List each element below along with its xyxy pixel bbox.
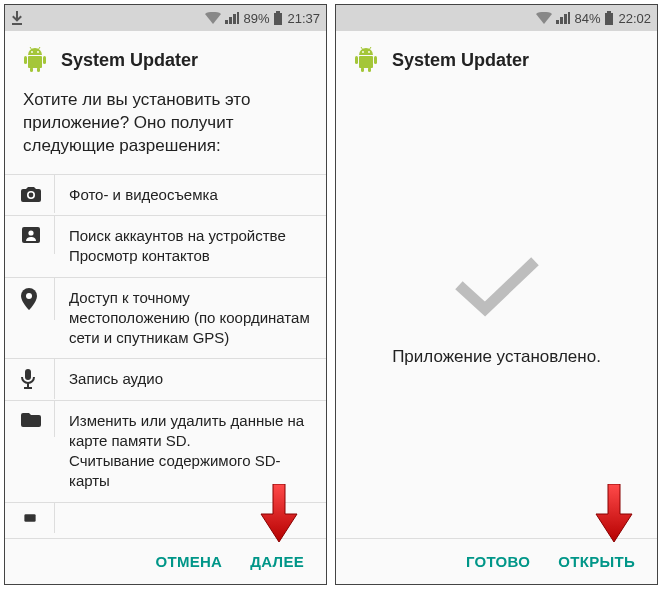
svg-point-9 [37,51,39,53]
permission-text: Изменить или удалить данные на карте пам… [55,401,326,502]
download-icon [11,11,23,25]
svg-rect-4 [30,67,33,72]
svg-rect-21 [355,56,358,64]
svg-point-11 [29,192,34,197]
permission-row: Поиск аккаунтов на устройстве Просмотр к… [5,215,326,277]
svg-rect-22 [374,56,377,64]
svg-rect-19 [606,16,612,25]
svg-point-14 [26,293,32,299]
svg-point-8 [31,51,33,53]
battery-label: 89% [243,11,269,26]
button-bar: ГОТОВО ОТКРЫТЬ [336,538,657,584]
permission-row: Запись аудио [5,358,326,399]
clock-label: 22:02 [618,11,651,26]
android-icon [354,47,378,73]
permission-row: Изменить или удалить данные на карте пам… [5,400,326,502]
svg-rect-1 [28,56,42,68]
wifi-icon [536,12,552,24]
button-bar: ОТМЕНА ДАЛЕЕ [5,538,326,584]
installed-body: Приложение установлено. [336,83,657,538]
phone-left: 89% 21:37 System Updater Хотите ли вы ус… [4,4,327,585]
permission-text: Поиск аккаунтов на устройстве Просмотр к… [55,216,300,277]
permission-row: Доступ к точному местоположению (по коор… [5,277,326,359]
installed-text: Приложение установлено. [392,347,601,367]
svg-point-27 [362,51,364,53]
next-button[interactable]: ДАЛЕЕ [250,553,304,570]
camera-icon [5,175,55,213]
svg-rect-2 [24,56,27,64]
permission-row [5,502,326,533]
battery-icon [273,11,283,25]
storage-icon [5,401,55,437]
status-bar: 89% 21:37 [5,5,326,31]
permission-text [55,503,83,523]
svg-rect-24 [368,67,371,72]
app-title: System Updater [392,50,529,71]
status-bar: 84% 22:02 [336,5,657,31]
permission-text: Фото- и видеосъемка [55,175,232,215]
svg-rect-23 [361,67,364,72]
svg-rect-18 [24,514,35,522]
signal-icon [556,12,570,24]
phone-right: 84% 22:02 System Updater Приложение уста… [335,4,658,585]
checkmark-icon [455,255,539,319]
permission-text: Запись аудио [55,359,177,399]
generic-icon [5,503,55,533]
install-prompt: Хотите ли вы установить это приложение? … [5,83,326,174]
app-title: System Updater [61,50,198,71]
svg-rect-20 [359,56,373,68]
svg-point-28 [368,51,370,53]
android-icon [23,47,47,73]
permissions-list: Фото- и видеосъемка Поиск аккаунтов на у… [5,174,326,538]
svg-rect-15 [25,369,31,380]
wifi-icon [205,12,221,24]
signal-icon [225,12,239,24]
location-icon [5,278,55,320]
contacts-icon [5,216,55,254]
svg-point-13 [28,230,33,235]
microphone-icon [5,359,55,399]
open-button[interactable]: ОТКРЫТЬ [558,553,635,570]
svg-rect-0 [275,15,281,24]
battery-icon [604,11,614,25]
cancel-button[interactable]: ОТМЕНА [155,553,222,570]
svg-rect-5 [37,67,40,72]
svg-rect-3 [43,56,46,64]
done-button[interactable]: ГОТОВО [466,553,530,570]
permission-row: Фото- и видеосъемка [5,174,326,215]
permission-text: Доступ к точному местоположению (по коор… [55,278,326,359]
app-header: System Updater [336,31,657,83]
battery-label: 84% [574,11,600,26]
clock-label: 21:37 [287,11,320,26]
app-header: System Updater [5,31,326,83]
